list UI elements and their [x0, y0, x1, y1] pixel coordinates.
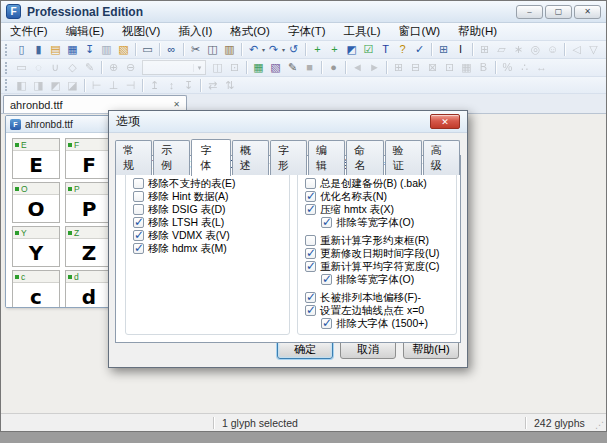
- checkbox[interactable]: [305, 248, 316, 259]
- zoom-combobox[interactable]: ▾: [142, 60, 206, 75]
- background-toggle-icon[interactable]: ■: [301, 60, 318, 75]
- checkbox-optimize-name-table[interactable]: 优化名称表(N): [305, 190, 452, 203]
- find-icon[interactable]: ∞: [163, 42, 180, 57]
- tab-overview[interactable]: 概述: [232, 140, 269, 175]
- toolbar-grip[interactable]: [5, 44, 8, 56]
- checkbox-always-create-backup[interactable]: 总是创建备份(B) (.bak): [305, 177, 452, 190]
- checkbox-long-local-offsets[interactable]: 长被排列本地偏移(F)-: [305, 291, 452, 304]
- menu-view[interactable]: 视图(V): [113, 23, 169, 40]
- tab-general[interactable]: 常规: [115, 140, 152, 175]
- checkbox[interactable]: [133, 191, 144, 202]
- menu-edit[interactable]: 编辑(E): [57, 23, 113, 40]
- point-mode-icon[interactable]: ●: [325, 60, 342, 75]
- autonaming-icon[interactable]: ✓: [411, 42, 428, 57]
- checkbox[interactable]: [321, 274, 332, 285]
- chevron-down-icon[interactable]: ▾: [193, 64, 205, 72]
- checkbox[interactable]: [305, 292, 316, 303]
- preview-table-icon[interactable]: ⊞: [435, 42, 452, 57]
- checkbox[interactable]: [305, 178, 316, 189]
- checkbox-exclude-monospaced-2[interactable]: 排除等宽字体(O): [305, 273, 452, 286]
- checkbox[interactable]: [305, 191, 316, 202]
- toolbar-grip[interactable]: [5, 62, 8, 74]
- checkbox[interactable]: [305, 261, 316, 272]
- menu-font[interactable]: 字体(T): [279, 23, 335, 40]
- print-icon[interactable]: ▭: [139, 42, 156, 57]
- paste-icon[interactable]: ▥: [221, 42, 238, 57]
- menu-help[interactable]: 帮助(H): [449, 23, 506, 40]
- checkbox-remove-dsig-table[interactable]: 移除 DSIG 表(D): [133, 203, 285, 216]
- insert-glyph-icon[interactable]: +: [309, 42, 326, 57]
- checkbox[interactable]: [133, 217, 144, 228]
- glyph-cell-Y[interactable]: Y Y: [12, 226, 60, 267]
- tab-naming[interactable]: 命名: [346, 140, 383, 175]
- favorites-folder-icon[interactable]: ▧: [115, 42, 132, 57]
- checkbox-remove-ltsh-table[interactable]: 移除 LTSH 表(L): [133, 216, 285, 229]
- quick-help-icon[interactable]: ?: [394, 42, 411, 57]
- save-icon[interactable]: ▦: [64, 42, 81, 57]
- image-import-icon[interactable]: ▦: [250, 60, 267, 75]
- insert-character-icon[interactable]: I: [452, 42, 469, 57]
- tab-edit[interactable]: 编辑: [308, 140, 345, 175]
- new-wizard-icon[interactable]: ▮: [30, 42, 47, 57]
- tab-font[interactable]: 字体: [191, 139, 230, 176]
- checkbox-update-modified-date[interactable]: 更新修改日期时间字段(U): [305, 247, 452, 260]
- glyph-cell-P[interactable]: P P: [65, 182, 113, 223]
- glyph-cell-Z[interactable]: Z Z: [65, 226, 113, 267]
- close-button[interactable]: ✕: [574, 5, 601, 19]
- checkbox[interactable]: [133, 204, 144, 215]
- cut-icon[interactable]: ✂: [187, 42, 204, 57]
- lasso-icon: ◌: [30, 60, 47, 75]
- glyph-window-title-bar[interactable]: F ahronbd.ttf: [6, 116, 116, 133]
- revert-icon[interactable]: ↺: [285, 42, 302, 57]
- tab-glyph[interactable]: 字形: [270, 140, 307, 175]
- resize-grip[interactable]: ⋰: [594, 414, 606, 431]
- checkbox-remove-hdmx-table[interactable]: 移除 hdmx 表(M): [133, 242, 285, 255]
- checkbox[interactable]: [305, 305, 316, 316]
- export-icon[interactable]: ↧: [81, 42, 98, 57]
- checkbox-remove-hint-data[interactable]: 移除 Hint 数据(A): [133, 190, 285, 203]
- copy-icon[interactable]: ◫: [204, 42, 221, 57]
- font-test-icon[interactable]: T: [377, 42, 394, 57]
- checkbox[interactable]: [305, 235, 316, 246]
- glyph-cell-O[interactable]: O O: [12, 182, 60, 223]
- maximize-button[interactable]: ▢: [545, 5, 572, 19]
- tab-validation[interactable]: 验证: [385, 140, 422, 175]
- glyph-cell-d[interactable]: d d: [65, 270, 113, 308]
- tab-advanced[interactable]: 高级: [423, 140, 460, 175]
- minimize-button[interactable]: –: [516, 5, 543, 19]
- checkbox-exclude-large-fonts[interactable]: 排除大字体 (1500+): [305, 317, 452, 330]
- glyph-properties-icon[interactable]: ◩: [343, 42, 360, 57]
- draw-tool-icon[interactable]: ✎: [284, 60, 301, 75]
- glyph-cell-c[interactable]: c c: [12, 270, 60, 308]
- new-document-icon[interactable]: ▯: [13, 42, 30, 57]
- checkbox-remove-vdmx-table[interactable]: 移除 VDMX 表(V): [133, 229, 285, 242]
- checkbox[interactable]: [133, 178, 144, 189]
- tab-close-icon[interactable]: ✕: [173, 100, 180, 109]
- checkbox[interactable]: [321, 318, 332, 329]
- checkbox-exclude-monospaced-1[interactable]: 排除等宽字体(O): [305, 216, 452, 229]
- copy-page-icon[interactable]: ▥: [98, 42, 115, 57]
- menu-window[interactable]: 窗口(W): [390, 23, 450, 40]
- checkbox[interactable]: [321, 217, 332, 228]
- checkbox[interactable]: [305, 204, 316, 215]
- checkbox[interactable]: [133, 243, 144, 254]
- glyph-cell-F[interactable]: F F: [65, 138, 113, 179]
- menu-tools[interactable]: 工具(L): [335, 23, 390, 40]
- validate-font-icon[interactable]: ☑: [360, 42, 377, 57]
- open-folder-icon[interactable]: ▤: [47, 42, 64, 57]
- toolbar-grip[interactable]: [5, 79, 8, 91]
- redo-icon[interactable]: ↷: [265, 42, 282, 57]
- dialog-close-button[interactable]: ✕: [430, 114, 460, 129]
- menu-insert[interactable]: 插入(I): [169, 23, 221, 40]
- undo-icon[interactable]: ↶: [245, 42, 262, 57]
- dialog-title-bar[interactable]: 选项 ✕: [109, 111, 467, 133]
- menu-format[interactable]: 格式(O): [221, 23, 279, 40]
- checkbox-recalc-glyph-bounds[interactable]: 重新计算字形约束框(R): [305, 234, 452, 247]
- checkbox[interactable]: [133, 230, 144, 241]
- menu-file[interactable]: 文件(F): [1, 23, 57, 40]
- checkbox-remove-unsupported-tables[interactable]: 移除不支持的表(E): [133, 177, 285, 190]
- insert-glyphs-icon[interactable]: +: [326, 42, 343, 57]
- glyph-cell-E[interactable]: E E: [12, 138, 60, 179]
- tab-sample[interactable]: 示例: [153, 140, 190, 175]
- image-trace-icon[interactable]: ▧: [267, 60, 284, 75]
